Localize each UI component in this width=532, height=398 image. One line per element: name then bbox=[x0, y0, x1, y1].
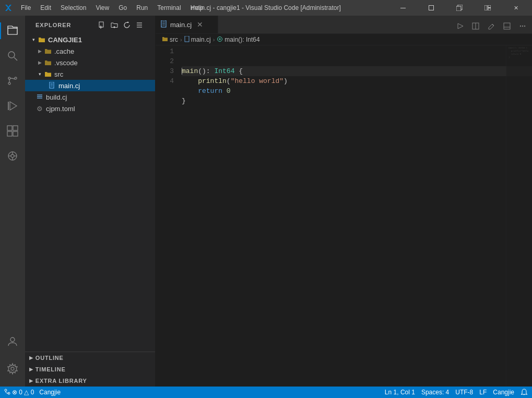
svg-rect-14 bbox=[7, 126, 12, 130]
status-project[interactable]: Cangjie bbox=[39, 389, 61, 396]
activity-run[interactable] bbox=[0, 93, 25, 118]
svg-marker-46 bbox=[458, 23, 463, 29]
token-0: 0 bbox=[227, 87, 231, 95]
run-editor-button[interactable] bbox=[453, 19, 467, 33]
tab-main-cj[interactable]: main.cj ✕ bbox=[156, 16, 218, 33]
status-spaces-text: Spaces: 4 bbox=[421, 389, 449, 396]
status-encoding[interactable]: UTF-8 bbox=[455, 389, 473, 396]
status-branch-icon bbox=[4, 389, 10, 396]
activity-remote[interactable] bbox=[0, 143, 25, 168]
tree-item-build-cj[interactable]: build.cj bbox=[25, 91, 155, 103]
timeline-panel-header[interactable]: ▶ TIMELINE bbox=[25, 364, 155, 375]
status-bar: ⊗ 0 △ 0 Cangjie Ln 1, Col 1 Spaces: 4 UT… bbox=[0, 387, 532, 398]
code-editor[interactable]: 1 2 3 4 main(): Int64 { println("hello w… bbox=[156, 45, 532, 387]
build-cj-label: build.cj bbox=[46, 93, 67, 101]
svg-point-58 bbox=[5, 389, 7, 391]
status-line-ending[interactable]: LF bbox=[479, 389, 487, 396]
outline-arrow: ▶ bbox=[29, 355, 33, 360]
window-controls: ✕ bbox=[391, 0, 528, 16]
svg-rect-0 bbox=[400, 8, 406, 8]
menu-view[interactable]: View bbox=[91, 3, 113, 13]
token-main-fn: main bbox=[182, 67, 198, 75]
layouts-button[interactable] bbox=[476, 0, 500, 16]
window-title: main.cj - cangjie1 - Visual Studio Code … bbox=[191, 4, 341, 11]
minimize-button[interactable] bbox=[391, 0, 415, 16]
tree-item-src[interactable]: ▾ src bbox=[25, 68, 155, 80]
menu-go[interactable]: Go bbox=[114, 3, 131, 13]
tree-item-vscode[interactable]: ▶ .vscode bbox=[25, 57, 155, 68]
activity-settings[interactable] bbox=[0, 356, 25, 381]
status-spaces[interactable]: Spaces: 4 bbox=[421, 389, 449, 396]
src-arrow: ▾ bbox=[36, 70, 44, 78]
extra-library-panel-header[interactable]: ▶ EXTRA LIBRARY bbox=[25, 375, 155, 387]
refresh-button[interactable] bbox=[122, 20, 132, 30]
activity-extensions[interactable] bbox=[0, 118, 25, 143]
app-icon bbox=[4, 4, 13, 12]
cjpm-toml-label: cjpm.toml bbox=[46, 105, 75, 113]
breadcrumb-file[interactable]: main.cj bbox=[184, 36, 211, 43]
outline-panel-header[interactable]: ▶ OUTLINE bbox=[25, 352, 155, 364]
status-right: Ln 1, Col 1 Spaces: 4 UTF-8 LF Cangjie bbox=[385, 389, 528, 396]
extra-library-label: EXTRA LIBRARY bbox=[36, 378, 87, 384]
status-encoding-text: UTF-8 bbox=[455, 389, 473, 396]
title-bar-left: File Edit Selection View Go Run Terminal… bbox=[4, 3, 207, 13]
activity-source-control[interactable] bbox=[0, 68, 25, 93]
status-language-text: Cangjie bbox=[493, 389, 514, 396]
breadcrumb-symbol[interactable]: main(): Int64 bbox=[217, 36, 259, 43]
new-folder-button[interactable] bbox=[109, 20, 120, 30]
edit-button[interactable] bbox=[484, 19, 499, 33]
sidebar-actions bbox=[97, 20, 145, 30]
breadcrumb-src[interactable]: src bbox=[162, 36, 178, 43]
main-cj-icon bbox=[48, 81, 56, 90]
vscode-label: .vscode bbox=[54, 59, 78, 67]
status-position[interactable]: Ln 1, Col 1 bbox=[385, 389, 415, 396]
src-label: src bbox=[54, 70, 63, 78]
menu-selection[interactable]: Selection bbox=[56, 3, 90, 13]
menu-file[interactable]: File bbox=[17, 3, 35, 13]
outline-label: OUTLINE bbox=[36, 355, 64, 361]
file-tree: ▾ CANGJIE1 ▶ .cache ▶ .vscode bbox=[25, 34, 155, 352]
close-button[interactable]: ✕ bbox=[504, 0, 528, 16]
sidebar-title: EXPLORER bbox=[36, 22, 72, 28]
status-notification-bell[interactable] bbox=[521, 389, 528, 396]
new-file-button[interactable] bbox=[97, 20, 107, 30]
split-editor-button[interactable] bbox=[468, 19, 483, 33]
activity-search[interactable] bbox=[0, 43, 25, 68]
svg-rect-35 bbox=[50, 82, 54, 88]
menu-terminal[interactable]: Terminal bbox=[153, 3, 185, 13]
sidebar: EXPLORER ▾ bbox=[25, 16, 156, 387]
minimap: main(): Int64 { println("hello return 0 … bbox=[506, 45, 532, 387]
restore-button[interactable] bbox=[447, 0, 471, 16]
sidebar-header: EXPLORER bbox=[25, 16, 155, 34]
tree-item-cjpm-toml[interactable]: ⚙ cjpm.toml bbox=[25, 103, 155, 114]
status-branch[interactable]: ⊗ 0 △ 0 bbox=[4, 389, 34, 396]
activity-explorer[interactable] bbox=[0, 18, 25, 43]
menu-run[interactable]: Run bbox=[132, 3, 152, 13]
toggle-panel-button[interactable] bbox=[500, 19, 514, 33]
code-content[interactable]: main(): Int64 { println("hello world") r… bbox=[179, 45, 532, 387]
sidebar-panels: ▶ OUTLINE ▶ TIMELINE ▶ EXTRA LIBRARY bbox=[25, 352, 155, 387]
menu-edit[interactable]: Edit bbox=[36, 3, 55, 13]
svg-rect-4 bbox=[484, 5, 487, 10]
root-folder[interactable]: ▾ CANGJIE1 bbox=[25, 34, 155, 45]
tab-main-cj-close[interactable]: ✕ bbox=[197, 20, 203, 29]
status-project-label: Cangjie bbox=[39, 389, 61, 396]
token-hello-world: "hello world" bbox=[231, 77, 283, 85]
status-language[interactable]: Cangjie bbox=[493, 389, 514, 396]
symbol-breadcrumb-icon bbox=[217, 36, 223, 43]
tree-item-cache[interactable]: ▶ .cache bbox=[25, 45, 155, 57]
more-actions-button[interactable] bbox=[515, 19, 530, 33]
collapse-all-button[interactable] bbox=[134, 20, 145, 30]
build-cj-icon bbox=[36, 93, 44, 101]
code-line-3: return 0 bbox=[182, 86, 532, 96]
svg-rect-55 bbox=[185, 36, 189, 42]
maximize-button[interactable] bbox=[419, 0, 443, 16]
breadcrumb-src-label: src bbox=[170, 36, 178, 43]
token-println: println bbox=[198, 77, 227, 85]
svg-rect-3 bbox=[456, 6, 461, 11]
tab-main-cj-label: main.cj bbox=[170, 21, 192, 29]
activity-account[interactable] bbox=[0, 329, 25, 354]
line-num-4: 4 bbox=[156, 76, 174, 86]
tree-item-main-cj[interactable]: main.cj bbox=[25, 80, 155, 91]
tab-bar: main.cj ✕ bbox=[156, 16, 532, 34]
